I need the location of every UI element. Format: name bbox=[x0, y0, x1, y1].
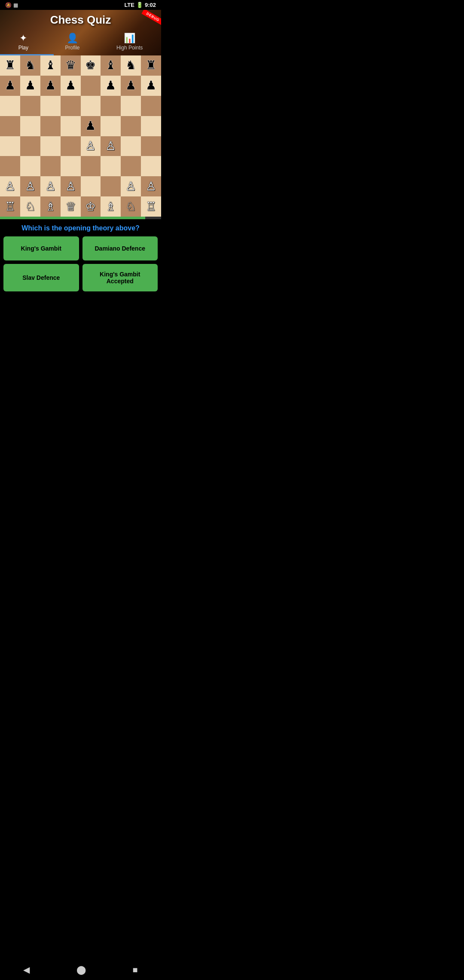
cell-r1-c1: ♟ bbox=[20, 76, 40, 96]
cell-r5-c7 bbox=[141, 156, 161, 176]
active-tab-indicator bbox=[0, 54, 54, 55]
cell-r7-c0: ♖ bbox=[0, 196, 20, 217]
chess-board: ♜♞♝♛♚♝♞♜♟♟♟♟♟♟♟♟♙♙♙♙♙♙♙♙♖♘♗♕♔♗♘♖ bbox=[0, 55, 161, 217]
cell-r3-c6 bbox=[121, 116, 141, 136]
cell-r4-c6 bbox=[121, 136, 141, 156]
chess-piece: ♟ bbox=[65, 80, 76, 92]
cell-r6-c6: ♙ bbox=[121, 176, 141, 196]
cell-r6-c0: ♙ bbox=[0, 176, 20, 196]
chess-piece: ♟ bbox=[146, 80, 156, 92]
cell-r2-c5 bbox=[101, 96, 121, 116]
chess-piece: ♙ bbox=[65, 181, 76, 193]
cell-r0-c4: ♚ bbox=[81, 55, 101, 76]
cell-r1-c6: ♟ bbox=[121, 76, 141, 96]
cell-r7-c2: ♗ bbox=[40, 196, 61, 217]
answer-button-1[interactable]: King's Gambit bbox=[3, 236, 79, 260]
answer-button-3[interactable]: Slav Defence bbox=[3, 264, 79, 291]
cell-r5-c3 bbox=[61, 156, 81, 176]
lte-indicator: LTE bbox=[124, 2, 134, 8]
chess-piece: ♜ bbox=[146, 59, 156, 71]
chess-piece: ♘ bbox=[125, 201, 136, 213]
chess-piece: ♙ bbox=[45, 181, 56, 193]
cell-r7-c3: ♕ bbox=[61, 196, 81, 217]
chess-piece: ♞ bbox=[25, 59, 36, 71]
tab-highpoints[interactable]: 📊 High Points bbox=[108, 30, 151, 55]
cell-r6-c1: ♙ bbox=[20, 176, 40, 196]
cell-r5-c5 bbox=[101, 156, 121, 176]
chess-piece: ♘ bbox=[25, 201, 36, 213]
chess-piece: ♙ bbox=[5, 181, 15, 193]
cell-r1-c7: ♟ bbox=[141, 76, 161, 96]
chess-piece: ♛ bbox=[65, 59, 76, 71]
cell-r1-c2: ♟ bbox=[40, 76, 61, 96]
cell-r2-c2 bbox=[40, 96, 61, 116]
cell-r2-c7 bbox=[141, 96, 161, 116]
cell-r3-c7 bbox=[141, 116, 161, 136]
time-display: 9:02 bbox=[145, 2, 156, 8]
cell-r0-c6: ♞ bbox=[121, 55, 141, 76]
chess-piece: ♙ bbox=[125, 181, 136, 193]
question-text: Which is the opening theory above? bbox=[0, 219, 161, 236]
chess-piece: ♟ bbox=[105, 80, 116, 92]
cell-r2-c0 bbox=[0, 96, 20, 116]
nav-tabs: ✦ Play 👤 Profile 📊 High Points bbox=[0, 30, 161, 55]
answers-grid: King's Gambit Damiano Defence Slav Defen… bbox=[0, 236, 161, 298]
cell-r2-c6 bbox=[121, 96, 141, 116]
status-right: LTE 🔋 9:02 bbox=[124, 2, 156, 8]
cell-r7-c4: ♔ bbox=[81, 196, 101, 217]
cell-r7-c5: ♗ bbox=[101, 196, 121, 217]
cell-r2-c4 bbox=[81, 96, 101, 116]
chess-piece: ♟ bbox=[45, 80, 56, 92]
alarm-icon: 🔕 bbox=[5, 2, 12, 8]
cell-r1-c3: ♟ bbox=[61, 76, 81, 96]
cell-r6-c2: ♙ bbox=[40, 176, 61, 196]
cell-r3-c5 bbox=[101, 116, 121, 136]
cell-r4-c5: ♙ bbox=[101, 136, 121, 156]
answer-button-2[interactable]: Damiano Defence bbox=[82, 236, 158, 260]
cell-r4-c3 bbox=[61, 136, 81, 156]
cell-r1-c5: ♟ bbox=[101, 76, 121, 96]
cell-r7-c6: ♘ bbox=[121, 196, 141, 217]
cell-r6-c3: ♙ bbox=[61, 176, 81, 196]
cell-r4-c7 bbox=[141, 136, 161, 156]
bottom-fill bbox=[0, 298, 161, 427]
chess-piece: ♟ bbox=[25, 80, 36, 92]
chess-piece: ♙ bbox=[146, 181, 156, 193]
cell-r4-c1 bbox=[20, 136, 40, 156]
chess-piece: ♝ bbox=[45, 59, 56, 71]
answer-button-4[interactable]: King's Gambit Accepted bbox=[82, 264, 158, 291]
cell-r0-c5: ♝ bbox=[101, 55, 121, 76]
cell-r3-c2 bbox=[40, 116, 61, 136]
chess-piece: ♟ bbox=[85, 120, 96, 132]
chess-piece: ♖ bbox=[146, 201, 156, 213]
cell-r4-c2 bbox=[40, 136, 61, 156]
cell-r6-c5 bbox=[101, 176, 121, 196]
chess-piece: ♞ bbox=[125, 59, 136, 71]
chess-piece: ♟ bbox=[125, 80, 136, 92]
sim-icon: ▦ bbox=[13, 2, 18, 8]
cell-r7-c1: ♘ bbox=[20, 196, 40, 217]
status-left: 🔕 ▦ bbox=[5, 2, 18, 8]
chess-piece: ♝ bbox=[105, 59, 116, 71]
highpoints-icon: 📊 bbox=[124, 33, 135, 44]
chess-piece: ♙ bbox=[25, 181, 36, 193]
cell-r3-c3 bbox=[61, 116, 81, 136]
cell-r0-c3: ♛ bbox=[61, 55, 81, 76]
tab-play[interactable]: ✦ Play bbox=[10, 30, 37, 55]
cell-r4-c4: ♙ bbox=[81, 136, 101, 156]
cell-r3-c1 bbox=[20, 116, 40, 136]
cell-r6-c7: ♙ bbox=[141, 176, 161, 196]
chess-piece: ♗ bbox=[45, 201, 56, 213]
tab-play-label: Play bbox=[18, 45, 28, 51]
chess-piece: ♗ bbox=[105, 201, 116, 213]
cell-r2-c3 bbox=[61, 96, 81, 116]
cell-r5-c2 bbox=[40, 156, 61, 176]
app-header: DEBUG Chess Quiz ✦ Play 👤 Profile 📊 High… bbox=[0, 10, 161, 55]
chess-piece: ♙ bbox=[85, 140, 96, 152]
tab-profile[interactable]: 👤 Profile bbox=[56, 30, 88, 55]
cell-r5-c6 bbox=[121, 156, 141, 176]
cell-r0-c0: ♜ bbox=[0, 55, 20, 76]
progress-bar bbox=[0, 217, 161, 219]
chess-piece: ♜ bbox=[5, 59, 15, 71]
cell-r3-c0 bbox=[0, 116, 20, 136]
